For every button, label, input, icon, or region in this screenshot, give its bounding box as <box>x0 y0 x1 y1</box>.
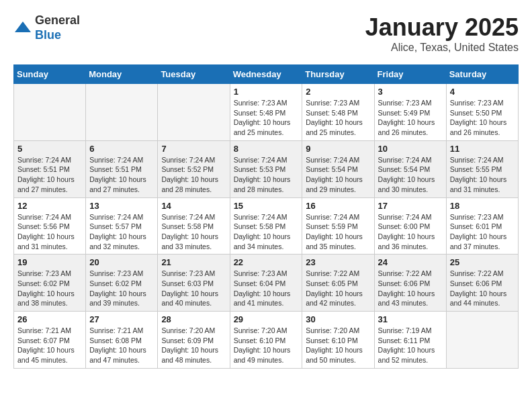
day-number: 28 <box>161 314 226 324</box>
calendar-week-row: 19Sunrise: 7:23 AM Sunset: 6:02 PM Dayli… <box>14 255 519 312</box>
day-number: 20 <box>89 257 154 267</box>
calendar-day-cell: 23Sunrise: 7:22 AM Sunset: 6:05 PM Dayli… <box>302 255 374 312</box>
day-number: 5 <box>17 144 82 154</box>
day-number: 7 <box>161 144 226 154</box>
day-detail: Sunrise: 7:20 AM Sunset: 6:10 PM Dayligh… <box>306 326 370 365</box>
day-number: 23 <box>306 257 370 267</box>
day-number: 31 <box>378 314 443 324</box>
day-detail: Sunrise: 7:23 AM Sunset: 5:48 PM Dayligh… <box>234 98 299 138</box>
calendar-subtitle: Alice, Texas, United States <box>365 42 519 54</box>
day-detail: Sunrise: 7:24 AM Sunset: 5:55 PM Dayligh… <box>450 155 515 195</box>
day-detail: Sunrise: 7:22 AM Sunset: 6:05 PM Dayligh… <box>306 269 370 308</box>
calendar-day-cell: 1Sunrise: 7:23 AM Sunset: 5:48 PM Daylig… <box>230 84 302 141</box>
calendar-day-cell: 2Sunrise: 7:23 AM Sunset: 5:48 PM Daylig… <box>302 84 374 141</box>
day-detail: Sunrise: 7:24 AM Sunset: 5:54 PM Dayligh… <box>306 155 370 195</box>
day-detail: Sunrise: 7:19 AM Sunset: 6:11 PM Dayligh… <box>378 326 443 365</box>
day-number: 14 <box>161 201 226 211</box>
calendar-week-row: 26Sunrise: 7:21 AM Sunset: 6:07 PM Dayli… <box>14 312 519 369</box>
calendar-table: SundayMondayTuesdayWednesdayThursdayFrid… <box>13 64 519 369</box>
calendar-day-cell <box>86 84 158 141</box>
day-number: 2 <box>306 87 370 97</box>
day-number: 22 <box>234 257 299 267</box>
day-number: 27 <box>89 314 154 324</box>
day-number: 4 <box>450 87 515 97</box>
day-detail: Sunrise: 7:24 AM Sunset: 5:53 PM Dayligh… <box>234 155 299 195</box>
day-number: 18 <box>450 201 515 211</box>
day-number: 30 <box>306 314 370 324</box>
day-detail: Sunrise: 7:24 AM Sunset: 6:00 PM Dayligh… <box>378 212 443 252</box>
day-detail: Sunrise: 7:24 AM Sunset: 5:51 PM Dayligh… <box>17 155 82 195</box>
day-number: 13 <box>89 201 154 211</box>
calendar-day-cell: 21Sunrise: 7:23 AM Sunset: 6:03 PM Dayli… <box>158 255 230 312</box>
col-header-thursday: Thursday <box>302 65 374 84</box>
day-detail: Sunrise: 7:24 AM Sunset: 5:52 PM Dayligh… <box>161 155 226 195</box>
col-header-sunday: Sunday <box>14 65 86 84</box>
day-number: 10 <box>378 144 443 154</box>
calendar-day-cell: 7Sunrise: 7:24 AM Sunset: 5:52 PM Daylig… <box>158 140 230 197</box>
day-number: 1 <box>234 87 299 97</box>
calendar-day-cell: 5Sunrise: 7:24 AM Sunset: 5:51 PM Daylig… <box>14 140 86 197</box>
day-number: 16 <box>306 201 370 211</box>
day-number: 24 <box>378 257 443 267</box>
calendar-day-cell: 6Sunrise: 7:24 AM Sunset: 5:51 PM Daylig… <box>86 140 158 197</box>
day-number: 17 <box>378 201 443 211</box>
calendar-day-cell: 25Sunrise: 7:22 AM Sunset: 6:06 PM Dayli… <box>446 255 518 312</box>
calendar-day-cell: 15Sunrise: 7:24 AM Sunset: 5:58 PM Dayli… <box>230 197 302 255</box>
day-detail: Sunrise: 7:21 AM Sunset: 6:07 PM Dayligh… <box>17 326 82 365</box>
calendar-day-cell <box>14 84 86 141</box>
day-number: 12 <box>17 201 82 211</box>
day-number: 9 <box>306 144 370 154</box>
day-detail: Sunrise: 7:23 AM Sunset: 5:48 PM Dayligh… <box>306 98 370 138</box>
calendar-week-row: 1Sunrise: 7:23 AM Sunset: 5:48 PM Daylig… <box>14 84 519 141</box>
col-header-friday: Friday <box>374 65 446 84</box>
calendar-day-cell: 14Sunrise: 7:24 AM Sunset: 5:58 PM Dayli… <box>158 197 230 255</box>
calendar-day-cell: 4Sunrise: 7:23 AM Sunset: 5:50 PM Daylig… <box>446 84 518 141</box>
day-number: 15 <box>234 201 299 211</box>
calendar-day-cell: 17Sunrise: 7:24 AM Sunset: 6:00 PM Dayli… <box>374 197 446 255</box>
day-number: 11 <box>450 144 515 154</box>
col-header-saturday: Saturday <box>446 65 518 84</box>
svg-marker-0 <box>15 21 31 32</box>
day-detail: Sunrise: 7:24 AM Sunset: 5:59 PM Dayligh… <box>306 212 370 252</box>
day-detail: Sunrise: 7:23 AM Sunset: 5:49 PM Dayligh… <box>378 98 443 138</box>
day-detail: Sunrise: 7:23 AM Sunset: 5:50 PM Dayligh… <box>450 98 515 138</box>
day-detail: Sunrise: 7:24 AM Sunset: 5:57 PM Dayligh… <box>89 212 154 252</box>
day-detail: Sunrise: 7:24 AM Sunset: 5:58 PM Dayligh… <box>161 212 226 252</box>
calendar-day-cell: 11Sunrise: 7:24 AM Sunset: 5:55 PM Dayli… <box>446 140 518 197</box>
calendar-day-cell: 3Sunrise: 7:23 AM Sunset: 5:49 PM Daylig… <box>374 84 446 141</box>
calendar-header-row: SundayMondayTuesdayWednesdayThursdayFrid… <box>14 65 519 84</box>
calendar-day-cell: 16Sunrise: 7:24 AM Sunset: 5:59 PM Dayli… <box>302 197 374 255</box>
day-detail: Sunrise: 7:23 AM Sunset: 6:04 PM Dayligh… <box>234 269 299 308</box>
day-detail: Sunrise: 7:23 AM Sunset: 6:03 PM Dayligh… <box>161 269 226 308</box>
calendar-day-cell: 8Sunrise: 7:24 AM Sunset: 5:53 PM Daylig… <box>230 140 302 197</box>
logo: General Blue <box>13 13 80 42</box>
day-detail: Sunrise: 7:20 AM Sunset: 6:10 PM Dayligh… <box>234 326 299 365</box>
day-detail: Sunrise: 7:24 AM Sunset: 5:56 PM Dayligh… <box>17 212 82 252</box>
calendar-day-cell: 26Sunrise: 7:21 AM Sunset: 6:07 PM Dayli… <box>14 312 86 369</box>
calendar-day-cell: 31Sunrise: 7:19 AM Sunset: 6:11 PM Dayli… <box>374 312 446 369</box>
calendar-day-cell: 28Sunrise: 7:20 AM Sunset: 6:09 PM Dayli… <box>158 312 230 369</box>
calendar-week-row: 12Sunrise: 7:24 AM Sunset: 5:56 PM Dayli… <box>14 197 519 255</box>
col-header-wednesday: Wednesday <box>230 65 302 84</box>
day-number: 6 <box>89 144 154 154</box>
calendar-day-cell: 22Sunrise: 7:23 AM Sunset: 6:04 PM Dayli… <box>230 255 302 312</box>
calendar-day-cell: 12Sunrise: 7:24 AM Sunset: 5:56 PM Dayli… <box>14 197 86 255</box>
logo-icon <box>13 19 32 38</box>
calendar-day-cell: 10Sunrise: 7:24 AM Sunset: 5:54 PM Dayli… <box>374 140 446 197</box>
day-number: 26 <box>17 314 82 324</box>
day-number: 21 <box>161 257 226 267</box>
day-number: 3 <box>378 87 443 97</box>
calendar-day-cell <box>158 84 230 141</box>
day-detail: Sunrise: 7:21 AM Sunset: 6:08 PM Dayligh… <box>89 326 154 365</box>
calendar-title: January 2025 <box>365 13 519 42</box>
logo-blue: Blue <box>35 28 80 43</box>
day-detail: Sunrise: 7:23 AM Sunset: 6:01 PM Dayligh… <box>450 212 515 252</box>
calendar-day-cell: 29Sunrise: 7:20 AM Sunset: 6:10 PM Dayli… <box>230 312 302 369</box>
col-header-tuesday: Tuesday <box>158 65 230 84</box>
calendar-day-cell: 27Sunrise: 7:21 AM Sunset: 6:08 PM Dayli… <box>86 312 158 369</box>
day-detail: Sunrise: 7:24 AM Sunset: 5:54 PM Dayligh… <box>378 155 443 195</box>
day-number: 19 <box>17 257 82 267</box>
day-number: 8 <box>234 144 299 154</box>
day-number: 25 <box>450 257 515 267</box>
calendar-day-cell: 18Sunrise: 7:23 AM Sunset: 6:01 PM Dayli… <box>446 197 518 255</box>
